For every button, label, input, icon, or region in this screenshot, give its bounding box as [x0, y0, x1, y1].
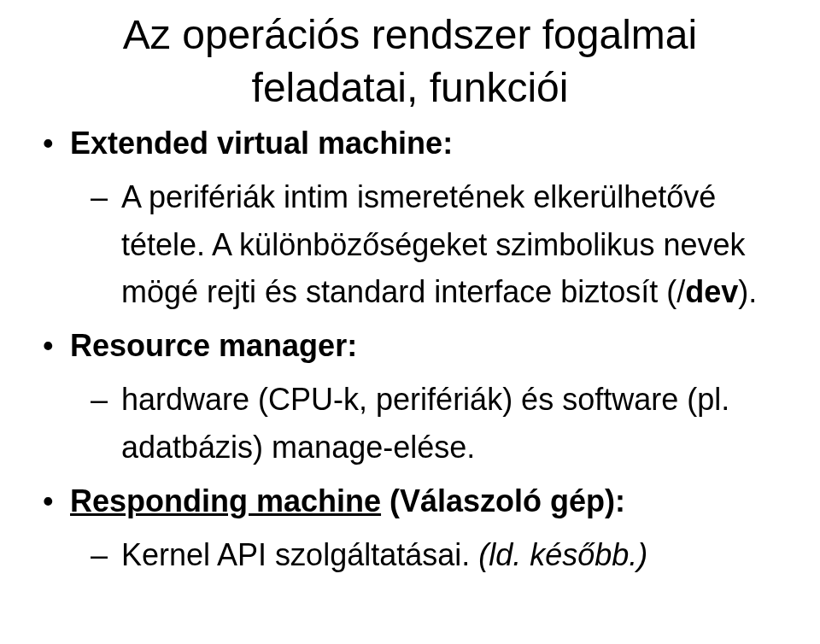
slide-title: Az operációs rendszer fogalmai feladatai… — [26, 9, 794, 115]
sub-item: hardware (CPU-k, perifériák) és software… — [70, 376, 794, 471]
bullet-label-suffix: (Válaszoló gép): — [381, 483, 625, 518]
bullet-label: Resource manager: — [70, 328, 357, 363]
sub-text-italic: (ld. később.) — [478, 537, 647, 572]
bullet-responding-machine: Responding machine (Válaszoló gép): Kern… — [43, 478, 794, 579]
sub-list: hardware (CPU-k, perifériák) és software… — [70, 376, 794, 471]
sub-list: A perifériák intim ismeretének elkerülhe… — [70, 173, 794, 316]
title-line-2: feladatai, funkciói — [252, 65, 569, 110]
sub-item: Kernel API szolgáltatásai. (ld. később.) — [70, 531, 794, 579]
title-line-1: Az operációs rendszer fogalmai — [123, 12, 697, 57]
bullet-label: Extended virtual machine: — [70, 126, 453, 161]
sub-item: A perifériák intim ismeretének elkerülhe… — [70, 173, 794, 316]
main-bullet-list: Extended virtual machine: A perifériák i… — [43, 120, 794, 579]
sub-text-bold: dev — [685, 274, 738, 309]
sub-text-suffix: ). — [738, 274, 757, 309]
bullet-label-underlined: Responding machine — [70, 483, 381, 518]
bullet-extended-virtual-machine: Extended virtual machine: A perifériák i… — [43, 120, 794, 316]
sub-list: Kernel API szolgáltatásai. (ld. később.) — [70, 531, 794, 579]
sub-text-prefix: A perifériák intim ismeretének elkerülhe… — [121, 179, 745, 310]
bullet-resource-manager: Resource manager: hardware (CPU-k, perif… — [43, 323, 794, 471]
sub-text-prefix: hardware (CPU-k, perifériák) és software… — [121, 382, 729, 465]
sub-text-prefix: Kernel API szolgáltatásai. — [121, 537, 478, 572]
